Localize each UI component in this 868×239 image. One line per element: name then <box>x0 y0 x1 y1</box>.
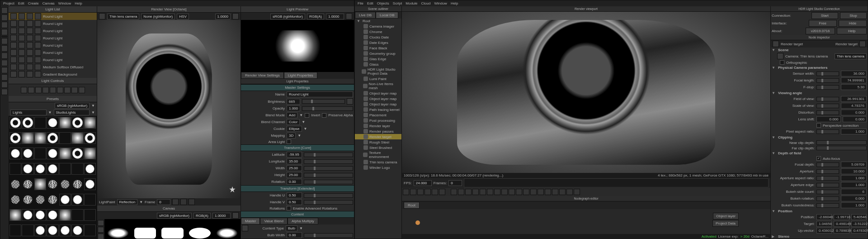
preset-thumb[interactable] <box>84 209 96 221</box>
preset-thumb[interactable] <box>34 132 46 144</box>
vis-icon[interactable] <box>10 71 17 77</box>
mute-icon[interactable] <box>27 49 33 56</box>
hv-input[interactable]: 0.50 <box>287 199 302 205</box>
light-row[interactable]: Round Light <box>9 42 97 49</box>
width-slider[interactable] <box>304 166 353 171</box>
solo-icon[interactable] <box>19 28 25 34</box>
content-type-dropdown[interactable]: Bulb <box>286 225 297 231</box>
tree-item[interactable]: Object layer map <box>355 91 401 96</box>
width-input[interactable]: 25.00 <box>287 165 302 171</box>
preset-thumb[interactable] <box>71 117 83 129</box>
tb-icon[interactable] <box>574 189 580 195</box>
autofocus-checkbox[interactable] <box>816 156 821 161</box>
preset-thumb[interactable] <box>47 132 58 144</box>
preset-thumb[interactable] <box>9 209 21 221</box>
tree-item[interactable]: HDR Light Studio Project Data <box>355 67 401 76</box>
preset-thumb[interactable] <box>34 148 46 159</box>
preset-thumb[interactable] <box>48 180 57 189</box>
tree-item[interactable]: Glas Edge <box>355 56 401 62</box>
mode-dropdown[interactable]: HSV <box>177 14 189 19</box>
app2-menubar[interactable]: FileEditObjectsScriptModuleCloudWindowHe… <box>355 0 868 6</box>
near-slider[interactable] <box>816 140 867 145</box>
vis-icon[interactable] <box>10 13 17 19</box>
hu-input[interactable]: 0.50 <box>287 192 302 198</box>
preset-thumb[interactable] <box>22 225 33 236</box>
focal-value[interactable]: 74.999981 <box>841 77 867 83</box>
fd-value[interactable]: 5.09709 <box>841 162 867 167</box>
cookie-dropdown[interactable]: Ellipse <box>287 126 302 132</box>
tb-icon[interactable] <box>465 189 472 195</box>
tree-item[interactable]: Thin lens camera <box>355 159 401 165</box>
lon-slider[interactable] <box>304 159 353 164</box>
preset-thumb[interactable] <box>84 178 96 190</box>
preset-thumb[interactable] <box>34 209 46 221</box>
vis-icon[interactable] <box>10 28 17 34</box>
sov-slider[interactable] <box>816 104 839 108</box>
canvas-light[interactable] <box>134 228 156 239</box>
preset-thumb[interactable] <box>36 195 45 204</box>
loop-icon[interactable] <box>439 189 445 195</box>
persp-checkbox[interactable] <box>816 123 821 128</box>
canvas-cs2[interactable]: RGB(A) <box>193 213 211 219</box>
canvas-tool-icon[interactable] <box>98 220 104 226</box>
up-x[interactable]: 0.436012 <box>816 228 832 234</box>
clip-group[interactable]: Clipping <box>778 135 793 139</box>
preset-thumb[interactable] <box>84 194 96 206</box>
preset-thumb[interactable] <box>9 148 21 159</box>
content-section[interactable]: Content <box>241 211 354 218</box>
gradient-icon[interactable] <box>1 22 8 28</box>
mute-icon[interactable] <box>27 64 33 70</box>
tree-item[interactable]: Object layer map <box>355 101 401 107</box>
preset-thumb[interactable] <box>59 209 71 221</box>
apar-value[interactable]: 1.000 <box>841 175 867 181</box>
preset-thumb[interactable] <box>71 148 83 159</box>
pos-group[interactable]: Position <box>778 209 793 213</box>
play-icon[interactable] <box>417 189 424 195</box>
lon-input[interactable]: 35.00 <box>287 158 302 164</box>
bsc-slider[interactable] <box>816 190 839 194</box>
fd-slider[interactable] <box>816 163 839 167</box>
select-all-icon[interactable] <box>1 67 8 73</box>
tree-item[interactable]: Rough Steel <box>355 139 401 145</box>
graph-node[interactable]: Project Data <box>712 220 739 227</box>
mute-icon[interactable] <box>27 28 33 34</box>
xform-ext-section[interactable]: Transform [Extended] <box>241 185 354 192</box>
scene-group[interactable]: Scene <box>778 48 789 52</box>
vis-icon[interactable] <box>10 20 17 27</box>
help-button[interactable]: Help <box>837 28 867 34</box>
tree-item[interactable]: Texture environment <box>355 150 401 159</box>
frame-input[interactable]: 0 <box>157 199 170 205</box>
fstop-value[interactable]: 5.30 <box>841 84 867 90</box>
light-row[interactable]: Round Light <box>9 56 97 63</box>
graph-node[interactable]: Object layer <box>713 213 739 220</box>
preset-thumb[interactable] <box>9 225 21 236</box>
light-row[interactable]: Round Light <box>9 34 97 42</box>
tree-item[interactable]: Render layer <box>355 123 401 129</box>
fov-value[interactable]: 26.991301 <box>841 96 867 102</box>
invert-checkbox[interactable] <box>305 113 309 118</box>
dof-group[interactable]: Depth of field <box>778 151 801 155</box>
hide-button[interactable]: Hide <box>839 20 867 27</box>
preset-thumb[interactable] <box>34 117 46 129</box>
lc-icon[interactable] <box>35 87 42 93</box>
preset-thumb[interactable] <box>84 163 96 175</box>
light-row[interactable]: Round Light <box>9 27 97 34</box>
up-z[interactable]: 0.478307 <box>851 228 867 234</box>
solo-icon[interactable] <box>19 64 25 70</box>
preview-cs[interactable]: sRGB (rgbMonitor) <box>270 14 305 19</box>
tree-item[interactable]: Non-Live Items mesh <box>355 81 401 91</box>
far-slider[interactable] <box>816 146 867 150</box>
preset-thumb[interactable] <box>11 180 20 189</box>
tb-icon[interactable] <box>501 189 508 195</box>
tab-light-props[interactable]: Light Properties <box>284 72 317 79</box>
nodegraph-canvas[interactable]: Object layer Project Data <box>402 209 770 234</box>
version-button[interactable]: v2019.0716 <box>806 28 835 34</box>
solo-icon[interactable] <box>19 57 25 63</box>
lc-icon[interactable] <box>57 87 63 93</box>
tab-master[interactable]: Master <box>241 218 260 225</box>
opacity-slider[interactable] <box>302 106 353 111</box>
preset-thumb[interactable] <box>84 148 96 159</box>
preset-thumb[interactable] <box>34 225 46 236</box>
preset-thumb[interactable] <box>34 163 46 175</box>
solo-icon[interactable] <box>19 49 25 56</box>
